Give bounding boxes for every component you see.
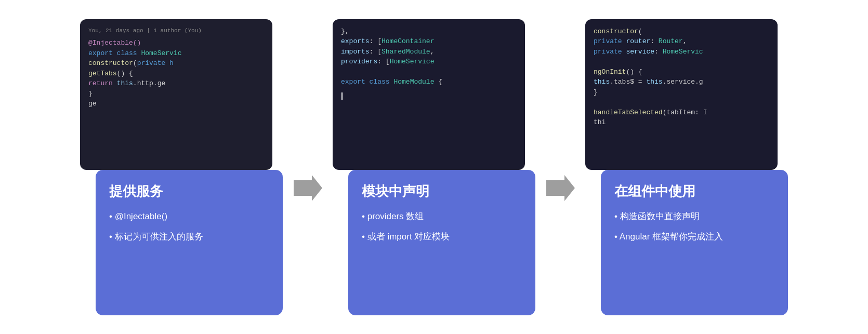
bullet-2-2: 或者 import 对应模块 [362, 230, 522, 244]
info-card-2: 模块中声明 providers 数组 或者 import 对应模块 [348, 170, 535, 315]
code-line-2-3: providers: [HomeService [341, 57, 517, 67]
code-line-3-2: private router: Router, [594, 36, 769, 47]
code-line-1-4: getTabs() { [88, 69, 264, 79]
bullet-1-1: @Injectable() [109, 210, 269, 223]
info-title-3: 在组件中使用 [614, 182, 774, 201]
code-line-3-1: constructor( [594, 26, 769, 37]
info-card-3: 在组件中使用 构造函数中直接声明 Angular 框架帮你完成注入 [601, 170, 788, 315]
code-line-2-4 [341, 67, 517, 77]
bullet-3-1: 构造函数中直接声明 [614, 210, 774, 223]
code-line-3-5: ngOnInit() { [594, 67, 769, 77]
code-block-3: constructor( private router: Router, pri… [585, 19, 778, 170]
code-line-3-7: } [594, 87, 769, 98]
code-line-2-cursor [341, 91, 517, 102]
code-line-3-10: thi [594, 117, 769, 128]
code-block-1: You, 21 days ago | 1 author (You) @Injec… [80, 19, 272, 170]
code-line-1-2: export class HomeServic [88, 48, 264, 59]
info-card-1: 提供服务 @Injectable() 标记为可供注入的服务 [96, 170, 283, 315]
code-line-3-9: handleTabSelected(tabItem: I [594, 108, 769, 118]
main-container: You, 21 days ago | 1 author (You) @Injec… [44, 11, 824, 323]
code-line-3-3: private service: HomeServic [594, 47, 769, 57]
code-line-3-4 [594, 57, 769, 67]
bullet-2-1: providers 数组 [362, 210, 522, 223]
code-line-2-2: imports: [SharedModule, [341, 47, 517, 57]
code-line-1-6: } [88, 89, 264, 99]
code-line-1-7: ge [88, 99, 264, 109]
arrow-1 [292, 19, 323, 315]
arrow-2 [545, 19, 576, 315]
info-bullets-1: @Injectable() 标记为可供注入的服务 [109, 210, 269, 244]
info-bullets-3: 构造函数中直接声明 Angular 框架帮你完成注入 [614, 210, 774, 244]
code-block-2: }, exports: [HomeContainer imports: [Sha… [333, 19, 525, 170]
svg-marker-1 [546, 175, 575, 201]
code-line-2-5: export class HomeModule { [341, 77, 517, 87]
code-meta-1: You, 21 days ago | 1 author (You) [88, 26, 264, 35]
card-group-2: }, exports: [HomeContainer imports: [Sha… [333, 19, 535, 315]
card-group-3: constructor( private router: Router, pri… [585, 19, 788, 315]
info-title-2: 模块中声明 [362, 182, 522, 201]
info-title-1: 提供服务 [109, 182, 269, 201]
code-line-1-5: return this.http.ge [88, 78, 264, 89]
svg-marker-0 [294, 175, 322, 201]
code-line-1-3: constructor(private h [88, 58, 264, 69]
info-bullets-2: providers 数组 或者 import 对应模块 [362, 210, 522, 244]
code-line-3-8 [594, 97, 769, 108]
code-line-2-0: }, [341, 26, 517, 37]
bullet-1-2: 标记为可供注入的服务 [109, 230, 269, 244]
code-line-3-6: this.tabs$ = this.service.g [594, 77, 769, 87]
code-line-2-1: exports: [HomeContainer [341, 36, 517, 47]
card-group-1: You, 21 days ago | 1 author (You) @Injec… [80, 19, 283, 315]
bullet-3-2: Angular 框架帮你完成注入 [614, 230, 774, 244]
code-line-1-1: @Injectable() [88, 38, 264, 48]
